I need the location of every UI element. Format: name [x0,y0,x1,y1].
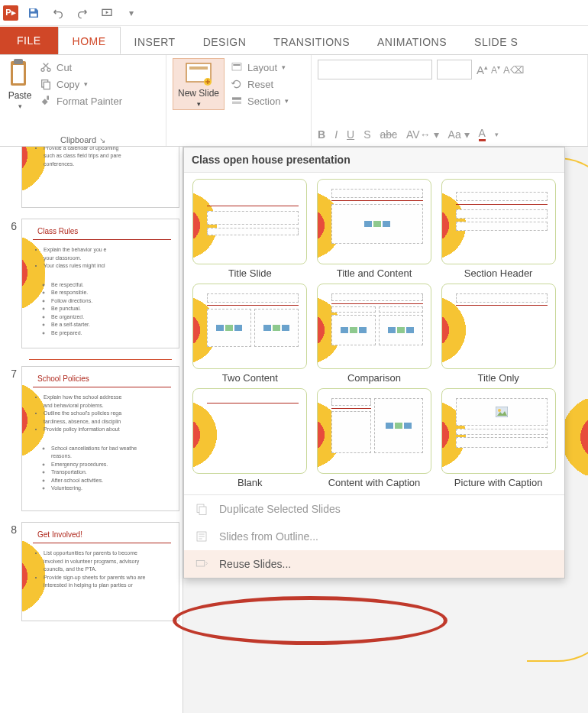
svg-point-19 [498,409,501,412]
slide-number: 8 [6,522,17,536]
copy-icon [40,78,52,90]
grow-font-button[interactable]: A▴ [477,63,488,76]
brush-icon [40,95,52,107]
gallery-header: Class open house presentation [184,147,564,173]
slide-number: 6 [6,219,17,232]
slide-thumbnail[interactable]: Get Involved! List opportunities for par… [21,522,179,621]
ribbon: Paste ▾ Cut Copy ▾ Format Painter [0,55,588,147]
layout-two-content[interactable]: Two Content [190,284,310,384]
paste-button[interactable]: Paste ▾ [6,58,34,110]
italic-button[interactable]: I [334,128,338,141]
slide-thumbnail-panel[interactable]: progress reports will be sent hom Descri… [0,147,183,713]
svg-rect-17 [232,102,241,104]
reset-label: Reset [247,79,273,90]
char-spacing-button[interactable]: AV↔ ▾ [406,128,439,141]
layout-blank[interactable]: Blank [190,388,310,488]
clipboard-launcher-icon[interactable]: ↘ [99,136,105,144]
duplicate-slides-item[interactable]: Duplicate Selected Slides [184,495,564,523]
paste-dropdown-icon[interactable]: ▾ [18,102,22,110]
layout-section-header[interactable]: Section Header [438,179,558,279]
underline-button[interactable]: U [347,128,354,141]
cut-button[interactable]: Cut [40,61,122,73]
undo-button[interactable] [49,4,67,22]
paste-label: Paste [8,90,32,101]
font-color-button[interactable]: A [479,127,486,141]
customize-qat-button[interactable]: ▾ [122,4,141,22]
tab-transitions[interactable]: TRANSITIONS [260,28,363,54]
picture-icon [496,407,508,417]
slide-thumbnail[interactable]: progress reports will be sent hom Descri… [21,147,179,208]
tab-slideshow[interactable]: SLIDE S [460,28,531,54]
gallery-footer: Duplicate Selected Slides Slides from Ou… [184,494,564,578]
svg-rect-9 [44,82,50,89]
layout-title-content[interactable]: Title and Content [315,179,435,279]
quick-access-toolbar: P▸ ▾ [0,0,588,26]
tab-home[interactable]: HOME [58,27,121,54]
font-family-combo[interactable] [318,60,432,79]
duplicate-icon [195,502,208,516]
svg-rect-5 [13,65,24,83]
tab-insert[interactable]: INSERT [121,28,189,54]
svg-rect-0 [31,8,34,11]
group-clipboard: Paste ▾ Cut Copy ▾ Format Painter [0,55,166,146]
new-slide-button[interactable]: New Slide ▾ [173,58,225,110]
reset-icon [231,78,243,90]
outline-icon [195,530,208,543]
clipboard-icon [6,58,34,89]
font-size-combo[interactable] [437,60,472,79]
format-painter-button[interactable]: Format Painter [40,95,122,107]
svg-rect-12 [189,66,208,70]
svg-rect-21 [199,507,206,515]
reuse-slides-item[interactable]: Reuse Slides... [184,550,564,578]
new-slide-label: New Slide [178,88,219,99]
tab-design[interactable]: DESIGN [189,28,260,54]
redo-button[interactable] [73,4,92,22]
bold-button[interactable]: B [318,128,325,141]
group-slides-label [173,143,305,144]
slides-from-outline-item[interactable]: Slides from Outline... [184,523,564,550]
layout-comparison[interactable]: Comparison [315,284,435,384]
format-painter-label: Format Painter [57,96,122,107]
change-case-button[interactable]: Aa ▾ [448,128,470,141]
slide-thumbnail[interactable]: Class Rules Explain the behavior you e y… [21,219,179,348]
tab-file[interactable]: FILE [0,27,58,54]
section-icon [231,95,243,107]
powerpoint-logo-icon: P▸ [3,5,18,21]
svg-rect-15 [233,64,240,66]
slide-number: 7 [6,366,17,380]
svg-rect-10 [47,96,49,99]
redo-icon [76,7,89,19]
tab-animations[interactable]: ANIMATIONS [363,28,460,54]
scissors-icon [40,61,52,73]
text-shadow-button[interactable]: S [363,128,370,141]
section-separator [29,359,172,360]
clear-formatting-button[interactable]: A⌫ [503,64,524,76]
section-button[interactable]: Section▾ [231,95,289,107]
present-from-start-button[interactable] [98,4,116,22]
strikethrough-button[interactable]: abc [380,128,397,141]
svg-point-7 [47,68,50,71]
layout-button[interactable]: Layout▾ [231,61,289,73]
layout-picture-caption[interactable]: Picture with Caption [438,388,558,488]
layout-title-only[interactable]: Title Only [438,284,558,384]
save-button[interactable] [24,4,43,22]
svg-rect-23 [196,561,205,567]
slide-title: Get Involved! [37,530,170,539]
layout-title-slide[interactable]: Title Slide [190,179,310,279]
new-slide-gallery: Class open house presentation Title Slid… [183,147,565,579]
undo-icon [52,7,64,19]
reuse-icon [195,557,208,571]
slide-title: Class Rules [37,227,170,235]
copy-button[interactable]: Copy ▾ [40,78,122,90]
svg-rect-4 [14,59,23,64]
ribbon-tabs: FILE HOME INSERT DESIGN TRANSITIONS ANIM… [0,26,588,55]
section-label: Section [247,96,280,107]
shrink-font-button[interactable]: A▾ [491,64,500,76]
content-placeholder-icon [364,221,390,227]
reset-button[interactable]: Reset [231,78,289,90]
svg-point-6 [41,68,44,71]
layout-icon [231,61,243,73]
svg-rect-1 [31,13,37,16]
layout-content-caption[interactable]: Content with Caption [315,388,435,488]
slide-thumbnail[interactable]: School Policies Explain how the school a… [21,366,179,511]
